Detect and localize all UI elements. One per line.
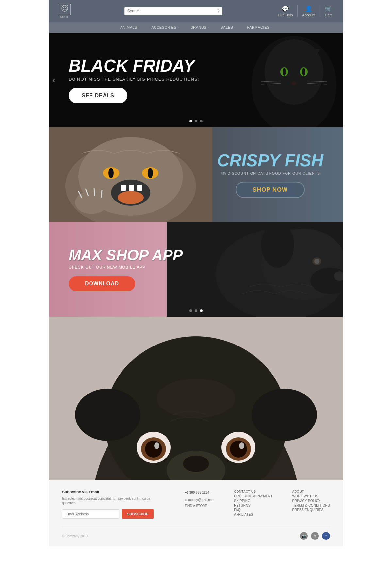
svg-point-17: [291, 81, 297, 85]
app-title: Max Shop App: [69, 248, 183, 263]
footer-top: Subscribe via Email Excepteur sint occae…: [62, 490, 330, 519]
fish-cat-image: [49, 127, 211, 222]
svg-point-28: [108, 168, 114, 178]
svg-point-51: [154, 442, 159, 449]
footer-links-col-1: CONTACT US ORDERING & PAYMENT SHIPPING R…: [234, 490, 272, 519]
fish-subtitle: 7% Discount on cats food for our clients: [217, 171, 323, 175]
nav-farmacies-label: Farmacies: [247, 25, 270, 29]
footer-link-ordering[interactable]: ORDERING & PAYMENT: [234, 494, 272, 498]
footer-contact: +1 300 555 1234 company@mail.com FIND A …: [185, 490, 214, 519]
svg-point-41: [314, 259, 319, 264]
contact-find-store[interactable]: FIND A STORE: [185, 503, 214, 509]
see-deals-button[interactable]: SEE DEALS: [69, 88, 127, 103]
subscribe-desc: Excepteur sint occaecat cupidatat non pr…: [62, 496, 154, 506]
footer-social: 📷 𝕏 f: [300, 532, 330, 540]
svg-point-25: [118, 191, 144, 204]
cat-image: [196, 33, 343, 127]
slider-dots: [189, 120, 203, 122]
account-button[interactable]: 👤 Account: [298, 5, 320, 17]
hero-bf-title: Black Friday: [69, 57, 199, 74]
footer-link-privacy[interactable]: PRIVACY POLICY: [292, 499, 330, 503]
nav-item-sales[interactable]: Sales ›: [215, 22, 241, 33]
app-dog-image: [167, 222, 343, 317]
search-area: ?: [74, 7, 273, 15]
cart-button[interactable]: 🛒 Cart: [320, 5, 336, 17]
footer-link-terms[interactable]: TERMS & CONDITIONS: [292, 504, 330, 507]
nav-item-farmacies[interactable]: Farmacies ›: [241, 22, 278, 33]
svg-rect-22: [121, 185, 126, 191]
slider-dot-1[interactable]: [189, 120, 192, 122]
svg-line-33: [94, 188, 95, 196]
search-bar[interactable]: ?: [124, 7, 222, 15]
nav: Animals › Accesories › Brands › Sales › …: [49, 22, 343, 33]
footer: Subscribe via Email Excepteur sint occae…: [49, 480, 343, 546]
subscribe-title: Subscribe via Email: [62, 490, 154, 494]
footer-link-faq[interactable]: FAQ: [234, 508, 272, 512]
nav-item-brands[interactable]: Brands ›: [185, 22, 215, 33]
footer-link-contact[interactable]: CONTACT US: [234, 490, 272, 493]
svg-point-50: [145, 441, 162, 458]
app-dot-2[interactable]: [195, 309, 197, 312]
live-help-label: Live Help: [278, 13, 293, 17]
hero-bf-content: Black Friday Do not miss the sneakily bi…: [69, 57, 199, 103]
header: MAX ? 💬 Live Help 👤 Account 🛒 Cart: [49, 0, 343, 22]
copyright-text: © Company 2019: [62, 534, 88, 538]
app-subtitle: Check out our new mobile app: [69, 265, 183, 270]
svg-point-11: [283, 68, 286, 76]
nav-brands-label: Brands: [190, 25, 206, 29]
account-icon: 👤: [305, 5, 312, 12]
hero-black-friday-section: ‹ Black Friday Do not miss the sneakily …: [49, 33, 343, 127]
svg-point-46: [75, 389, 140, 441]
footer-link-returns[interactable]: RETURNS: [234, 504, 272, 507]
slider-dot-2[interactable]: [195, 120, 197, 122]
footer-link-about[interactable]: ABOUT: [292, 490, 330, 493]
footer-link-work-with-us[interactable]: WORK WITH US: [292, 494, 330, 498]
logo-icon: [59, 4, 71, 15]
twitter-icon[interactable]: 𝕏: [311, 532, 319, 540]
footer-links-area: +1 300 555 1234 company@mail.com FIND A …: [167, 490, 330, 519]
angry-cat-image: [49, 127, 212, 222]
footer-link-shipping[interactable]: SHIPPING: [234, 499, 272, 503]
subscribe-button[interactable]: SUBSCRIBE: [122, 509, 154, 519]
search-input[interactable]: [127, 9, 217, 13]
nav-sales-label: Sales: [220, 25, 233, 29]
account-label: Account: [302, 13, 315, 17]
app-dot-3[interactable]: [200, 309, 203, 312]
footer-link-affiliates[interactable]: AFFILIATES: [234, 513, 272, 516]
app-dot-1[interactable]: [189, 309, 192, 312]
dog-profile-image: [167, 222, 343, 317]
fish-content: Crispy Fish 7% Discount on cats food for…: [217, 152, 323, 198]
instagram-icon[interactable]: 📷: [300, 532, 308, 540]
facebook-icon[interactable]: f: [322, 532, 330, 540]
pug-section: [49, 317, 343, 480]
footer-link-press[interactable]: PRESS ENQUIRIES: [292, 508, 330, 512]
slider-prev-button[interactable]: ‹: [52, 75, 55, 85]
logo-text: MAX: [60, 15, 69, 19]
footer-bottom: © Company 2019 📷 𝕏 f: [62, 527, 330, 540]
slider-dot-3[interactable]: [200, 120, 203, 122]
nav-animals-label: Animals: [120, 25, 137, 29]
chevron-down-icon: ›: [271, 26, 272, 29]
shop-now-button[interactable]: SHOP NOW: [236, 182, 305, 198]
header-actions: 💬 Live Help 👤 Account 🛒 Cart: [273, 5, 336, 17]
nav-item-animals[interactable]: Animals ›: [114, 22, 145, 33]
svg-point-12: [302, 68, 305, 76]
subscribe-form: SUBSCRIBE: [62, 509, 154, 519]
live-help-button[interactable]: 💬 Live Help: [273, 5, 298, 17]
nav-accesories-label: Accesories: [151, 25, 176, 29]
crispy-fish-section: Crispy Fish 7% Discount on cats food for…: [49, 127, 343, 222]
chevron-down-icon: ›: [208, 26, 209, 29]
cart-label: Cart: [325, 13, 332, 17]
email-input[interactable]: [62, 509, 119, 519]
cart-icon: 🛒: [325, 5, 332, 12]
download-button[interactable]: DOWNLOAD: [69, 276, 135, 291]
logo[interactable]: MAX: [56, 4, 74, 19]
hero-bf-cat-image: [196, 33, 343, 127]
live-help-icon: 💬: [282, 5, 289, 12]
nav-item-accesories[interactable]: Accesories ›: [145, 22, 185, 33]
svg-rect-24: [137, 185, 142, 191]
chevron-down-icon: ›: [234, 26, 235, 29]
svg-point-54: [230, 441, 247, 458]
search-help-icon[interactable]: ?: [217, 8, 220, 14]
app-slider-dots: [189, 309, 203, 312]
